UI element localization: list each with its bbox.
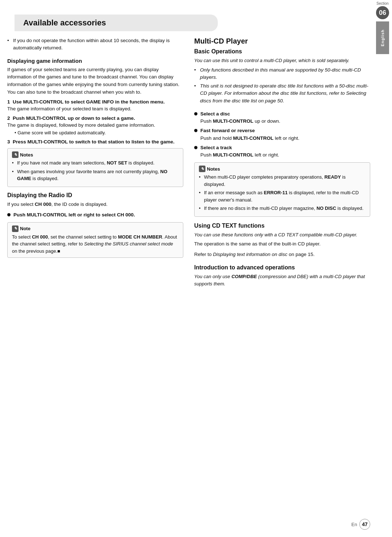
radio-id-note-header: ✎ Note	[12, 225, 179, 232]
step-2: 2 Push MULTI-CONTROL up or down to selec…	[7, 115, 183, 136]
fast-forward-bullet	[194, 129, 197, 132]
radio-id-step-content: Push MULTI-CONTROL left or right to sele…	[13, 211, 183, 219]
page-number: 47	[359, 519, 370, 530]
basic-operations-section: Basic Operations You can use this unit t…	[194, 48, 370, 217]
section-label: Section	[376, 1, 388, 5]
notes-item-2: When games involving your favorite teams…	[12, 168, 179, 182]
section-number: 06	[376, 6, 389, 19]
basic-op-bullet-2: This unit is not designed to operate dis…	[194, 82, 370, 105]
intro-advanced-subheading: Introduction to advanced operations	[194, 264, 370, 271]
cd-text-body1: The operation is the same as that of the…	[194, 240, 370, 248]
multi-cd-player-title: Multi-CD Player	[194, 37, 370, 45]
game-info-notes-box: ✎ Notes If you have not made any team se…	[7, 148, 183, 187]
intro-bullet-item: If you do not operate the function withi…	[7, 37, 183, 52]
note-icon: ✎	[12, 225, 19, 232]
page-header-bar: Available accessories	[15, 15, 218, 31]
radio-id-section: Displaying the Radio ID If you select CH…	[7, 192, 183, 258]
select-disc-content: Select a disc Push MULTI-CONTROL up or d…	[200, 110, 370, 125]
page-title: Available accessories	[23, 18, 106, 27]
step-3-title: 3 Press MULTI-CONTROL to switch to that …	[7, 139, 183, 145]
basic-ops-notes-box: ✎ Notes When multi-CD player completes p…	[194, 162, 370, 217]
basic-ops-note-2: If an error message such as ERROR-11 is …	[199, 189, 366, 203]
cd-text-body2: Refer to Displaying text information on …	[194, 251, 370, 259]
cd-text-intro: You can use these functions only with a …	[194, 231, 370, 239]
basic-operations-intro: You can use this unit to control a multi…	[194, 57, 370, 64]
basic-ops-notes-list: When multi-CD player completes preparato…	[199, 174, 366, 212]
step-2-title: 2 Push MULTI-CONTROL up or down to selec…	[7, 115, 183, 121]
basic-op-bullet-1: Only functions described in this manual …	[194, 66, 370, 81]
intro-advanced-section: Introduction to advanced operations You …	[194, 264, 370, 287]
notes-icon: ✎	[12, 151, 19, 158]
section-language-bar: English	[376, 21, 389, 54]
select-track-item: Select a track Push MULTI-CONTROL left o…	[194, 144, 370, 159]
page-footer: En 47	[351, 519, 370, 530]
radio-id-note-box: ✎ Note To select CH 000, set the channel…	[7, 222, 183, 258]
select-track-bullet	[194, 146, 197, 149]
right-column: Multi-CD Player Basic Operations You can…	[194, 31, 370, 289]
radio-id-step: Push MULTI-CONTROL left or right to sele…	[7, 211, 183, 219]
basic-ops-note-3: If there are no discs in the multi-CD pl…	[199, 205, 366, 212]
fast-forward-content: Fast forward or reverse Push and hold MU…	[200, 127, 370, 142]
radio-id-body: If you select CH 000, the ID code is dis…	[7, 201, 183, 208]
displaying-game-info-body: If games of your selected teams are curr…	[7, 66, 183, 97]
select-disc-item: Select a disc Push MULTI-CONTROL up or d…	[194, 110, 370, 125]
radio-id-note-body: To select CH 000, set the channel select…	[12, 233, 179, 255]
step-2-body: The game is displayed, followed by more …	[7, 122, 183, 129]
main-content: If you do not operate the function withi…	[7, 31, 370, 289]
basic-operations-bullets: Only functions described in this manual …	[194, 66, 370, 105]
step-3: 3 Press MULTI-CONTROL to switch to that …	[7, 139, 183, 145]
section-language-text: English	[380, 29, 385, 46]
game-info-notes-header: ✎ Notes	[12, 151, 179, 158]
step-1: 1 Use MULTI-CONTROL to select GAME INFO …	[7, 99, 183, 113]
step-2-subbullet: Game score will be updated automatically…	[15, 129, 183, 137]
cd-text-section: Using CD TEXT functions You can use thes…	[194, 223, 370, 259]
intro-advanced-body: You can only use COMP/DBE (compression a…	[194, 273, 370, 287]
displaying-game-info-section: Displaying game information If games of …	[7, 58, 183, 187]
basic-ops-notes-header: ✎ Notes	[199, 166, 366, 172]
cd-text-subheading: Using CD TEXT functions	[194, 223, 370, 229]
basic-ops-note-1: When multi-CD player completes preparato…	[199, 174, 366, 188]
intro-bullets: If you do not operate the function withi…	[7, 37, 183, 52]
section-tab: Section 06 English	[373, 0, 392, 54]
game-info-notes-list: If you have not made any team selections…	[12, 159, 179, 182]
bullet-circle	[7, 213, 11, 216]
fast-forward-item: Fast forward or reverse Push and hold MU…	[194, 127, 370, 142]
select-disc-bullet	[194, 112, 197, 115]
step-1-body: The game information of your selected te…	[7, 105, 183, 113]
select-track-content: Select a track Push MULTI-CONTROL left o…	[200, 144, 370, 159]
footer-en-label: En	[351, 522, 357, 527]
radio-id-heading: Displaying the Radio ID	[7, 192, 183, 199]
basic-ops-notes-icon: ✎	[199, 166, 205, 172]
step-1-title: 1 Use MULTI-CONTROL to select GAME INFO …	[7, 99, 183, 105]
basic-operations-subheading: Basic Operations	[194, 48, 370, 55]
displaying-game-info-heading: Displaying game information	[7, 58, 183, 64]
notes-item-1: If you have not made any team selections…	[12, 159, 179, 167]
left-column: If you do not operate the function withi…	[7, 31, 183, 289]
